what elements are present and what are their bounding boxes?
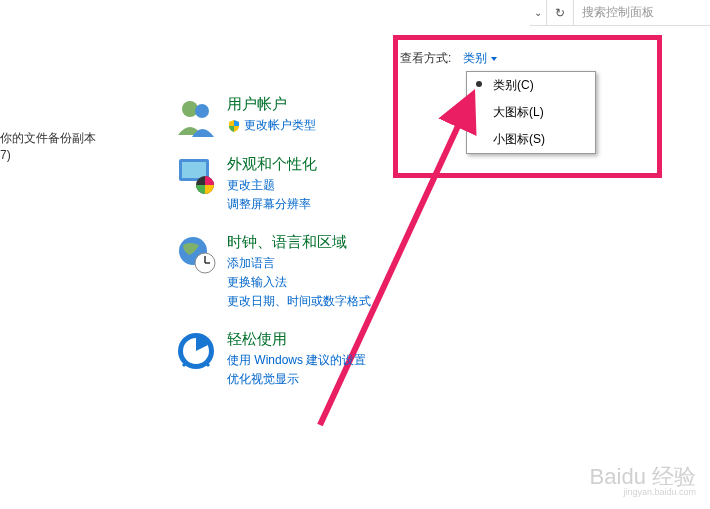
view-mode-selector[interactable]: 类别 <box>457 48 503 69</box>
link-add-language[interactable]: 添加语言 <box>227 255 575 272</box>
svg-rect-5 <box>182 162 206 178</box>
view-mode-bar: 查看方式: 类别 <box>400 48 503 69</box>
link-change-date-format[interactable]: 更改日期、时间或数字格式 <box>227 293 575 310</box>
link-text: 更换输入法 <box>227 274 287 291</box>
link-text: 优化视觉显示 <box>227 371 299 388</box>
search-input[interactable]: 搜索控制面板 <box>574 4 710 21</box>
watermark-brand: Baidu 经验 <box>590 466 696 488</box>
link-change-ime[interactable]: 更换输入法 <box>227 274 575 291</box>
svg-point-3 <box>195 104 209 118</box>
category-user-accounts: 用户帐户 更改帐户类型 <box>175 95 575 137</box>
partial-line-2: 7) <box>0 147 96 164</box>
link-text: 更改主题 <box>227 177 275 194</box>
category-title: 轻松使用 <box>227 330 575 349</box>
category-title: 用户帐户 <box>227 95 575 114</box>
link-text: 更改帐户类型 <box>244 117 316 134</box>
ease-of-access-icon <box>175 330 217 372</box>
uac-shield-icon <box>227 119 241 133</box>
selected-bullet-icon <box>476 81 482 87</box>
view-mode-label: 查看方式: <box>400 50 451 67</box>
clock-region-icon <box>175 233 217 275</box>
category-ease-of-access: 轻松使用 使用 Windows 建议的设置 优化视觉显示 <box>175 330 575 390</box>
link-windows-suggestions[interactable]: 使用 Windows 建议的设置 <box>227 352 575 369</box>
partial-line-1: 你的文件备份副本 <box>0 130 96 147</box>
user-accounts-icon <box>175 95 217 137</box>
link-text: 调整屏幕分辨率 <box>227 196 311 213</box>
nav-dropdown-icon[interactable]: ⌄ <box>530 7 546 18</box>
watermark-url: jingyan.baidu.com <box>590 488 696 497</box>
link-text: 使用 Windows 建议的设置 <box>227 352 366 369</box>
link-text: 更改日期、时间或数字格式 <box>227 293 371 310</box>
category-appearance: 外观和个性化 更改主题 调整屏幕分辨率 <box>175 155 575 215</box>
appearance-icon <box>175 155 217 197</box>
link-change-theme[interactable]: 更改主题 <box>227 177 575 194</box>
view-mode-current: 类别 <box>463 50 487 67</box>
category-title: 外观和个性化 <box>227 155 575 174</box>
left-partial-text: 你的文件备份副本 7) <box>0 130 96 164</box>
refresh-icon[interactable]: ↻ <box>546 0 574 25</box>
address-search-bar: ⌄ ↻ 搜索控制面板 <box>530 0 710 26</box>
category-title: 时钟、语言和区域 <box>227 233 575 252</box>
link-text: 添加语言 <box>227 255 275 272</box>
link-optimize-visual[interactable]: 优化视觉显示 <box>227 371 575 388</box>
watermark: Baidu 经验 jingyan.baidu.com <box>590 466 696 497</box>
link-change-account-type[interactable]: 更改帐户类型 <box>227 117 575 134</box>
dropdown-item-label: 类别(C) <box>493 78 534 92</box>
category-list: 用户帐户 更改帐户类型 外观和个性化 更改主题 调整屏幕分辨率 时钟、语言和区域… <box>175 95 575 408</box>
category-clock-language: 时钟、语言和区域 添加语言 更换输入法 更改日期、时间或数字格式 <box>175 233 575 312</box>
dropdown-triangle-icon <box>491 57 497 61</box>
link-screen-resolution[interactable]: 调整屏幕分辨率 <box>227 196 575 213</box>
